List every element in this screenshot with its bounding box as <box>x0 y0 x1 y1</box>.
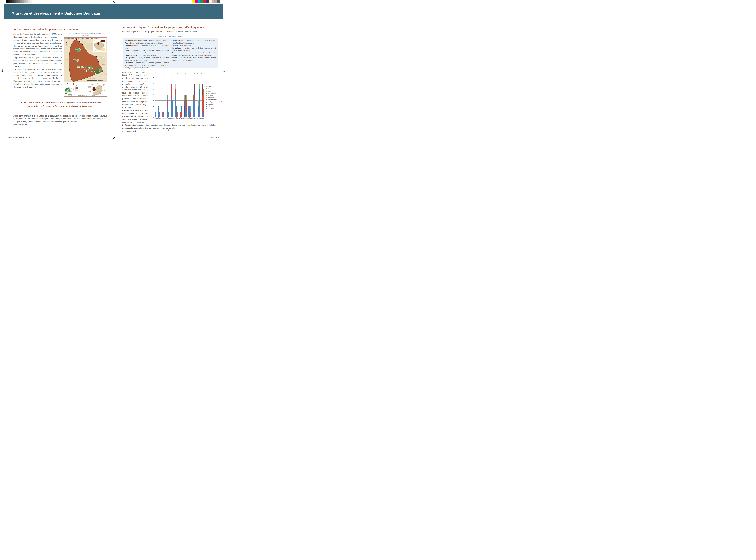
x-tick <box>161 117 161 118</box>
bar-segment-eau <box>161 106 161 117</box>
legend-label: Désenclavement <box>208 99 217 100</box>
crop-mark <box>6 135 7 139</box>
svg-text:Gory: Gory <box>102 85 104 86</box>
bar-segment-eau <box>198 112 199 117</box>
color-swatch <box>214 0 217 3</box>
bar-segment-eau <box>160 112 160 117</box>
legend-swatch <box>206 88 207 89</box>
bar-segment-eau <box>185 106 186 117</box>
bar-segment-agr <box>184 100 185 106</box>
pull-quote: En 2010, nous avons pu dénombrer en tout… <box>17 101 104 108</box>
svg-text:Diafounou: Diafounou <box>101 40 105 41</box>
legend-item: Communication <box>206 93 216 94</box>
thematics-box: AGR/Systèmes coopératifs : moulins, coop… <box>123 38 218 68</box>
thematic-term: Education : <box>125 62 135 64</box>
gridline <box>155 95 204 95</box>
x-axis-tick-label: 2001 <box>191 118 193 119</box>
bar-segment-culte <box>180 112 181 117</box>
map-place-label: Béréla (Sorofa) <box>66 53 71 54</box>
bar-segment-sante <box>184 95 185 100</box>
bar-segment-communication <box>193 95 194 100</box>
svg-text:de Kayes: de Kayes <box>102 49 105 51</box>
thematic-entry: Elevage : puits pastoraux <box>172 44 216 47</box>
section-heading-left-label: Les projets de co-développement de la co… <box>17 28 78 31</box>
x-axis-tick-label: 1987 <box>173 118 175 119</box>
bar-segment-culte <box>197 106 197 112</box>
village-label: Sabouciré <box>85 69 88 70</box>
x-tick <box>167 117 168 118</box>
bar-segment-maraichage <box>197 89 197 95</box>
legend-label: Education <box>208 103 213 105</box>
right-after-chart-text: en fonction des besoins d’une population… <box>122 124 218 129</box>
section-heading-right: Les thématiques d’action dans les projet… <box>122 26 204 29</box>
x-axis-tick-label: 1993 <box>181 118 183 119</box>
legend-item: AGR/systèmes coopératifs <box>206 101 222 103</box>
thematic-entry: Culte : construction de mosquées, constr… <box>125 49 169 54</box>
right-intro: Les thématiques d’action des projets col… <box>122 31 219 33</box>
legend-label: Culte <box>208 106 210 107</box>
legend-swatch <box>206 108 207 109</box>
svg-text:Mauritanie: Mauritanie <box>94 40 98 41</box>
bar-segment-agriculture <box>195 95 196 100</box>
grayscale-calibration-strip <box>6 0 34 3</box>
page-number-left: 8 <box>60 129 61 131</box>
color-swatch <box>200 0 203 3</box>
legend-swatch <box>206 97 207 98</box>
legend-label: Santé <box>208 86 211 87</box>
bar-segment-eau <box>171 100 172 117</box>
section-heading-right-label: Les thématiques d’action dans les projet… <box>126 26 204 29</box>
svg-text:Kilomètres: Kilomètres <box>98 80 103 81</box>
map-logo: COcarto <box>64 96 67 96</box>
thematic-term: Communication : <box>125 45 140 46</box>
x-axis-tick-label: 1979 <box>165 118 167 119</box>
bar-segment-culte <box>203 100 204 117</box>
gray-swatch <box>6 0 8 3</box>
map-place-label: DIAFOUNOU <box>73 64 79 65</box>
y-axis-tick-label: 0 <box>151 117 154 118</box>
map-place-label: DIAFOUNOU <box>101 64 106 65</box>
thematic-term: Culte : <box>125 49 131 51</box>
body-paragraph: Comme dans toute la région, l’accès à l’… <box>122 71 148 109</box>
gray-swatch <box>32 0 34 3</box>
thematic-term: Autres : <box>172 57 179 59</box>
svg-text:Limites des Communes: Limites des Communes <box>79 89 88 90</box>
figure2-caption-line1: Figure 2: carte de répartition du nombre… <box>64 33 107 35</box>
gray-swatch <box>12 0 14 3</box>
legend-swatch <box>206 99 207 100</box>
bar-segment-agr <box>198 106 199 112</box>
fold-mark <box>113 4 114 19</box>
x-axis-tick-label: 1982 <box>167 118 170 119</box>
gray-swatch <box>24 0 26 3</box>
legend-label: AGR/systèmes coopératifs <box>208 101 222 103</box>
legend-class-label: 23 - 57 <box>72 86 75 87</box>
bar-segment-culte <box>167 100 168 106</box>
thematic-entry: AGR/Systèmes coopératifs : moulins, coop… <box>125 39 169 42</box>
bar-segment-eau <box>162 112 163 117</box>
bar-segment-eau <box>186 112 187 117</box>
bar-segment-desenclavement <box>157 112 158 117</box>
village-projects-circle <box>100 68 103 71</box>
thematic-entry: Agriculture : aménagements de retenues d… <box>125 42 169 44</box>
x-axis-tick-label: 1962 <box>154 118 157 119</box>
bar-segment-agr <box>201 83 202 89</box>
x-tick <box>197 117 197 118</box>
map-place-label: KOUSSANE <box>65 59 70 60</box>
registration-mark-icon <box>112 0 115 4</box>
bar-segment-eau <box>183 112 183 117</box>
thematics-box-left-column: AGR/Systèmes coopératifs : moulins, coop… <box>125 39 169 66</box>
village-projects-circle <box>86 71 87 72</box>
village-projects-circle <box>89 66 93 69</box>
legend-item: Education <box>206 103 213 105</box>
legend-label: Autres <box>208 91 211 92</box>
map-place-label: Sorofa <box>93 56 96 57</box>
bar-segment-eau <box>202 112 203 117</box>
footer-datetime: 12/05/11 15:27 <box>197 137 219 138</box>
right-narrow-column: Comme dans toute la région, l’accès à l’… <box>122 71 148 133</box>
x-axis-tick-label: 1995 <box>183 118 186 119</box>
village-label: Diongaga <box>91 71 94 72</box>
x-axis-tick-label: 2007 <box>198 118 201 119</box>
svg-text:Région: Région <box>102 48 105 49</box>
thematic-entry: Autres : centre d’état civil, mairie, in… <box>172 57 216 62</box>
village-label: Guinanourou <box>84 67 88 68</box>
x-axis-tick-label: 2003 <box>193 118 196 119</box>
